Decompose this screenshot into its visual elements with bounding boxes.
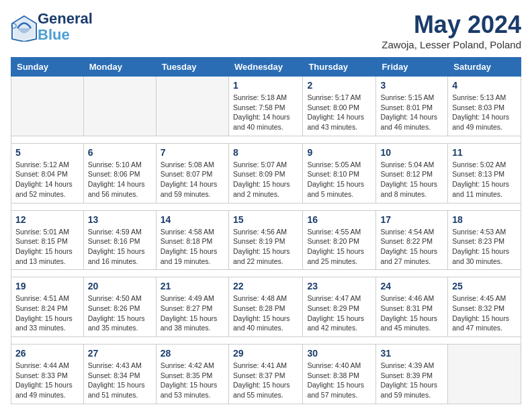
- day-number: 27: [88, 348, 152, 359]
- day-number: 20: [88, 281, 152, 291]
- calendar-week-row: 1Sunrise: 5:18 AM Sunset: 7:58 PM Daylig…: [11, 77, 521, 136]
- calendar-cell: [448, 345, 521, 404]
- week-separator: [11, 337, 521, 345]
- day-info: Sunrise: 4:42 AM Sunset: 8:35 PM Dayligh…: [161, 361, 224, 400]
- calendar-cell: 29Sunrise: 4:41 AM Sunset: 8:37 PM Dayli…: [228, 345, 302, 404]
- calendar-cell: [83, 77, 156, 136]
- calendar-cell: 15Sunrise: 4:56 AM Sunset: 8:19 PM Dayli…: [228, 210, 302, 270]
- day-number: 17: [380, 214, 443, 225]
- day-info: Sunrise: 4:47 AM Sunset: 8:29 PM Dayligh…: [307, 293, 371, 333]
- day-info: Sunrise: 5:01 AM Sunset: 8:15 PM Dayligh…: [15, 227, 79, 267]
- week-separator: [11, 270, 521, 277]
- day-info: Sunrise: 4:48 AM Sunset: 8:28 PM Dayligh…: [233, 293, 298, 333]
- calendar-cell: 19Sunrise: 4:51 AM Sunset: 8:24 PM Dayli…: [11, 277, 84, 337]
- day-number: 2: [307, 80, 371, 91]
- calendar-week-row: 5Sunrise: 5:12 AM Sunset: 8:04 PM Daylig…: [11, 143, 521, 203]
- day-info: Sunrise: 4:40 AM Sunset: 8:38 PM Dayligh…: [307, 361, 371, 400]
- day-number: 23: [307, 281, 371, 291]
- day-number: 5: [15, 147, 79, 158]
- day-info: Sunrise: 4:46 AM Sunset: 8:31 PM Dayligh…: [380, 293, 443, 333]
- calendar-cell: 27Sunrise: 4:43 AM Sunset: 8:34 PM Dayli…: [83, 345, 156, 404]
- day-number: 4: [452, 80, 517, 91]
- day-number: 13: [88, 214, 152, 225]
- calendar-week-row: 12Sunrise: 5:01 AM Sunset: 8:15 PM Dayli…: [11, 210, 521, 270]
- day-number: 29: [233, 348, 298, 359]
- day-number: 31: [380, 348, 443, 359]
- day-info: Sunrise: 5:08 AM Sunset: 8:07 PM Dayligh…: [161, 160, 224, 199]
- calendar-cell: 7Sunrise: 5:08 AM Sunset: 8:07 PM Daylig…: [156, 143, 228, 203]
- day-info: Sunrise: 5:18 AM Sunset: 7:58 PM Dayligh…: [233, 93, 298, 132]
- logo-icon: ⬡: [11, 15, 35, 39]
- day-info: Sunrise: 5:10 AM Sunset: 8:06 PM Dayligh…: [88, 160, 152, 199]
- location: Zawoja, Lesser Poland, Poland: [382, 39, 521, 50]
- day-info: Sunrise: 5:05 AM Sunset: 8:10 PM Dayligh…: [307, 160, 371, 199]
- day-number: 16: [307, 214, 371, 225]
- day-number: 24: [380, 281, 443, 291]
- day-info: Sunrise: 4:51 AM Sunset: 8:24 PM Dayligh…: [15, 293, 79, 333]
- day-number: 26: [15, 348, 79, 359]
- day-info: Sunrise: 4:53 AM Sunset: 8:23 PM Dayligh…: [452, 227, 517, 267]
- calendar-cell: 31Sunrise: 4:39 AM Sunset: 8:39 PM Dayli…: [376, 345, 448, 404]
- calendar-cell: [156, 77, 228, 136]
- day-number: 9: [307, 147, 371, 158]
- calendar-cell: 2Sunrise: 5:17 AM Sunset: 8:00 PM Daylig…: [303, 77, 376, 136]
- day-info: Sunrise: 5:07 AM Sunset: 8:09 PM Dayligh…: [233, 160, 298, 199]
- calendar-cell: 20Sunrise: 4:50 AM Sunset: 8:26 PM Dayli…: [83, 277, 156, 337]
- day-number: 7: [161, 147, 224, 158]
- calendar-cell: 26Sunrise: 4:44 AM Sunset: 8:33 PM Dayli…: [11, 345, 84, 404]
- calendar-cell: 1Sunrise: 5:18 AM Sunset: 7:58 PM Daylig…: [228, 77, 302, 136]
- day-info: Sunrise: 5:13 AM Sunset: 8:03 PM Dayligh…: [452, 93, 517, 132]
- week-separator: [11, 203, 521, 210]
- calendar-cell: 8Sunrise: 5:07 AM Sunset: 8:09 PM Daylig…: [228, 143, 302, 203]
- weekday-header: Monday: [83, 58, 156, 77]
- day-info: Sunrise: 4:55 AM Sunset: 8:20 PM Dayligh…: [307, 227, 371, 267]
- day-number: 3: [380, 80, 443, 91]
- day-number: 14: [161, 214, 224, 225]
- weekday-header: Thursday: [303, 58, 376, 77]
- calendar-cell: [11, 77, 84, 136]
- day-info: Sunrise: 4:39 AM Sunset: 8:39 PM Dayligh…: [380, 361, 443, 400]
- day-info: Sunrise: 4:49 AM Sunset: 8:27 PM Dayligh…: [161, 293, 224, 333]
- weekday-header: Tuesday: [156, 58, 228, 77]
- weekday-header: Sunday: [11, 58, 84, 77]
- month-title: May 2024: [382, 11, 521, 39]
- day-info: Sunrise: 4:58 AM Sunset: 8:18 PM Dayligh…: [161, 227, 224, 267]
- calendar-cell: 24Sunrise: 4:46 AM Sunset: 8:31 PM Dayli…: [376, 277, 448, 337]
- day-number: 8: [233, 147, 298, 158]
- day-info: Sunrise: 5:15 AM Sunset: 8:01 PM Dayligh…: [380, 93, 443, 132]
- calendar-cell: 5Sunrise: 5:12 AM Sunset: 8:04 PM Daylig…: [11, 143, 84, 203]
- day-number: 28: [161, 348, 224, 359]
- calendar-cell: 12Sunrise: 5:01 AM Sunset: 8:15 PM Dayli…: [11, 210, 84, 270]
- day-info: Sunrise: 4:43 AM Sunset: 8:34 PM Dayligh…: [88, 361, 152, 400]
- calendar-cell: 22Sunrise: 4:48 AM Sunset: 8:28 PM Dayli…: [228, 277, 302, 337]
- day-info: Sunrise: 4:44 AM Sunset: 8:33 PM Dayligh…: [15, 361, 79, 400]
- day-info: Sunrise: 5:12 AM Sunset: 8:04 PM Dayligh…: [15, 160, 79, 199]
- day-number: 25: [452, 281, 517, 291]
- weekday-header-row: SundayMondayTuesdayWednesdayThursdayFrid…: [11, 58, 521, 77]
- calendar-cell: 4Sunrise: 5:13 AM Sunset: 8:03 PM Daylig…: [448, 77, 521, 136]
- day-info: Sunrise: 5:17 AM Sunset: 8:00 PM Dayligh…: [307, 93, 371, 132]
- weekday-header: Saturday: [448, 58, 521, 77]
- day-info: Sunrise: 4:54 AM Sunset: 8:22 PM Dayligh…: [380, 227, 443, 267]
- weekday-header: Wednesday: [228, 58, 302, 77]
- day-number: 10: [380, 147, 443, 158]
- logo-text: General Blue: [38, 11, 93, 43]
- day-info: Sunrise: 4:59 AM Sunset: 8:16 PM Dayligh…: [88, 227, 152, 267]
- calendar-cell: 6Sunrise: 5:10 AM Sunset: 8:06 PM Daylig…: [83, 143, 156, 203]
- calendar-cell: 17Sunrise: 4:54 AM Sunset: 8:22 PM Dayli…: [376, 210, 448, 270]
- day-number: 18: [452, 214, 517, 225]
- calendar-cell: 30Sunrise: 4:40 AM Sunset: 8:38 PM Dayli…: [303, 345, 376, 404]
- day-number: 6: [88, 147, 152, 158]
- day-info: Sunrise: 4:56 AM Sunset: 8:19 PM Dayligh…: [233, 227, 298, 267]
- calendar-cell: 9Sunrise: 5:05 AM Sunset: 8:10 PM Daylig…: [303, 143, 376, 203]
- day-info: Sunrise: 4:45 AM Sunset: 8:32 PM Dayligh…: [452, 293, 517, 333]
- day-number: 19: [15, 281, 79, 291]
- calendar-week-row: 19Sunrise: 4:51 AM Sunset: 8:24 PM Dayli…: [11, 277, 521, 337]
- calendar-cell: 10Sunrise: 5:04 AM Sunset: 8:12 PM Dayli…: [376, 143, 448, 203]
- calendar-cell: 13Sunrise: 4:59 AM Sunset: 8:16 PM Dayli…: [83, 210, 156, 270]
- day-info: Sunrise: 5:04 AM Sunset: 8:12 PM Dayligh…: [380, 160, 443, 199]
- weekday-header: Friday: [376, 58, 448, 77]
- day-number: 11: [452, 147, 517, 158]
- day-info: Sunrise: 4:41 AM Sunset: 8:37 PM Dayligh…: [233, 361, 298, 400]
- calendar-cell: 28Sunrise: 4:42 AM Sunset: 8:35 PM Dayli…: [156, 345, 228, 404]
